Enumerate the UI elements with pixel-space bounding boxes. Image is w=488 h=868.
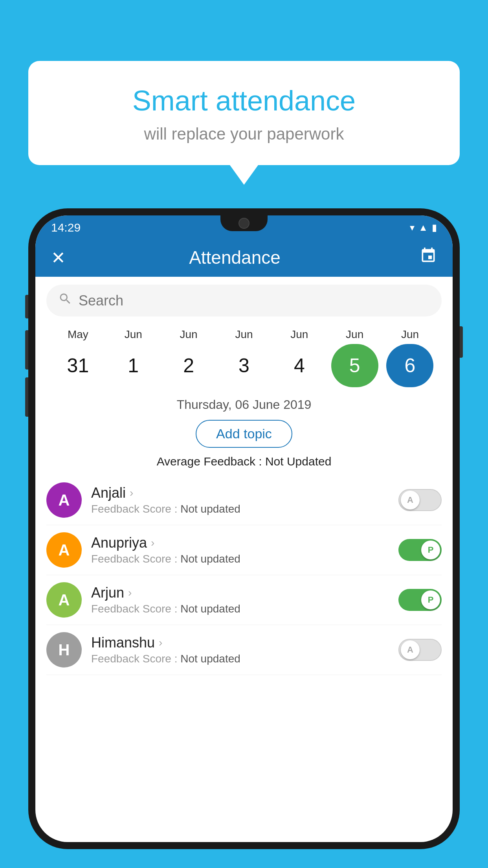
avatar-himanshu: H [46,632,82,668]
toggle-knob-arjun: P [421,590,440,609]
student-info-arjun: Arjun › Feedback Score : Not updated [91,585,398,615]
student-name-anupriya: Anupriya › [91,535,398,551]
student-item-anupriya[interactable]: A Anupriya › Feedback Score : Not update… [46,525,442,575]
cal-month-4: Jun [276,328,323,341]
attendance-toggle-himanshu[interactable]: A [398,639,442,661]
app-bar: ✕ Attendance [35,238,453,277]
cal-month-3: Jun [220,328,268,341]
wifi-icon: ▾ [410,222,415,233]
speech-bubble-subtitle: will replace your paperwork [52,125,436,143]
speech-bubble: Smart attendance will replace your paper… [28,61,460,165]
cal-month-2: Jun [165,328,212,341]
student-feedback-arjun: Feedback Score : Not updated [91,603,398,615]
student-feedback-anjali: Feedback Score : Not updated [91,503,398,515]
phone-camera [238,218,250,229]
cal-date-3[interactable]: 3 [220,344,268,387]
student-name-himanshu: Himanshu › [91,634,398,651]
avatar-anupriya: A [46,532,82,568]
cal-date-2[interactable]: 2 [165,344,212,387]
student-item-himanshu[interactable]: H Himanshu › Feedback Score : Not update… [46,625,442,675]
toggle-knob-anupriya: P [421,541,440,559]
phone-volume-down-button [25,377,28,417]
search-input[interactable] [79,292,430,309]
chevron-right-icon: › [151,537,154,549]
search-icon [58,292,72,309]
avg-feedback-label: Average Feedback : [157,455,262,468]
toggle-anupriya[interactable]: P [398,539,442,561]
attendance-toggle-anjali[interactable]: A [398,489,442,511]
battery-icon: ▮ [432,222,437,233]
student-feedback-anupriya: Feedback Score : Not updated [91,553,398,565]
chevron-right-icon: › [130,487,133,499]
speech-bubble-title: Smart attendance [52,85,436,117]
toggle-knob-himanshu: A [401,640,420,659]
cal-date-5[interactable]: 5 [331,344,378,387]
phone-container: 14:29 ▾ ▲ ▮ ✕ Attendance [28,208,460,868]
phone-silent-button [25,295,28,318]
student-info-himanshu: Himanshu › Feedback Score : Not updated [91,634,398,665]
student-info-anjali: Anjali › Feedback Score : Not updated [91,485,398,515]
add-topic-button[interactable]: Add topic [196,420,292,448]
toggle-knob-anjali: A [401,491,420,509]
chevron-right-icon: › [159,636,162,649]
attendance-toggle-arjun[interactable]: P [398,589,442,611]
status-time: 14:29 [51,221,81,234]
student-item-anjali[interactable]: A Anjali › Feedback Score : Not updated … [46,475,442,525]
student-name-anjali: Anjali › [91,485,398,501]
status-icons: ▾ ▲ ▮ [410,222,437,233]
calendar-strip: May Jun Jun Jun Jun Jun Jun 31 1 2 3 4 5… [35,324,453,390]
search-bar[interactable] [46,285,442,316]
student-item-arjun[interactable]: A Arjun › Feedback Score : Not updated P [46,575,442,625]
cal-date-6[interactable]: 6 [386,344,433,387]
chevron-right-icon: › [128,587,132,599]
toggle-anjali[interactable]: A [398,489,442,511]
toggle-himanshu[interactable]: A [398,639,442,661]
cal-date-1[interactable]: 1 [110,344,157,387]
speech-bubble-container: Smart attendance will replace your paper… [28,61,460,185]
phone-volume-up-button [25,330,28,370]
speech-bubble-arrow [230,165,258,185]
date-header: Thursday, 06 June 2019 [35,390,453,416]
app-bar-title: Attendance [50,247,420,268]
student-list: A Anjali › Feedback Score : Not updated … [35,475,453,675]
avatar-arjun: A [46,582,82,618]
avatar-anjali: A [46,482,82,518]
phone-power-button [460,326,463,358]
avg-feedback-value: Not Updated [265,455,331,468]
student-info-anupriya: Anupriya › Feedback Score : Not updated [91,535,398,565]
student-feedback-himanshu: Feedback Score : Not updated [91,653,398,665]
cal-month-5: Jun [331,328,378,341]
phone-body: 14:29 ▾ ▲ ▮ ✕ Attendance [28,208,460,849]
avg-feedback: Average Feedback : Not Updated [35,452,453,475]
calendar-months: May Jun Jun Jun Jun Jun Jun [46,328,442,341]
calendar-dates: 31 1 2 3 4 5 6 [46,341,442,390]
cal-date-31[interactable]: 31 [54,344,101,387]
cal-month-6: Jun [386,328,433,341]
cal-date-4[interactable]: 4 [276,344,323,387]
student-name-arjun: Arjun › [91,585,398,601]
toggle-arjun[interactable]: P [398,589,442,611]
cal-month-1: Jun [110,328,157,341]
phone-notch [220,215,268,231]
phone-screen: 14:29 ▾ ▲ ▮ ✕ Attendance [35,215,453,842]
attendance-toggle-anupriya[interactable]: P [398,539,442,561]
signal-icon: ▲ [418,222,428,233]
calendar-icon[interactable] [420,247,437,268]
cal-month-0: May [54,328,101,341]
